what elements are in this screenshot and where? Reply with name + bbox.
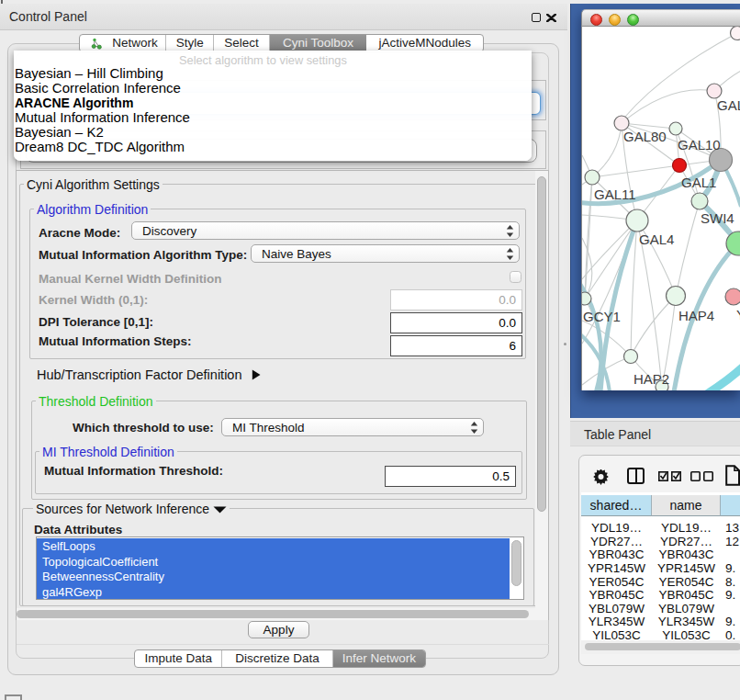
svg-text:GAL11: GAL11: [594, 186, 636, 202]
svg-text:HAP4: HAP4: [678, 308, 714, 323]
svg-text:GAL80: GAL80: [623, 129, 667, 144]
svg-text:GAL4: GAL4: [639, 231, 674, 247]
svg-text:HAP2: HAP2: [633, 371, 669, 387]
svg-text:GAL10: GAL10: [678, 137, 721, 152]
svg-text:GAL: GAL: [717, 97, 740, 113]
svg-text:GAL1: GAL1: [681, 175, 716, 190]
svg-text:SWI4: SWI4: [701, 210, 734, 226]
svg-text:Y: Y: [736, 307, 740, 322]
svg-text:GCY1: GCY1: [583, 309, 621, 324]
